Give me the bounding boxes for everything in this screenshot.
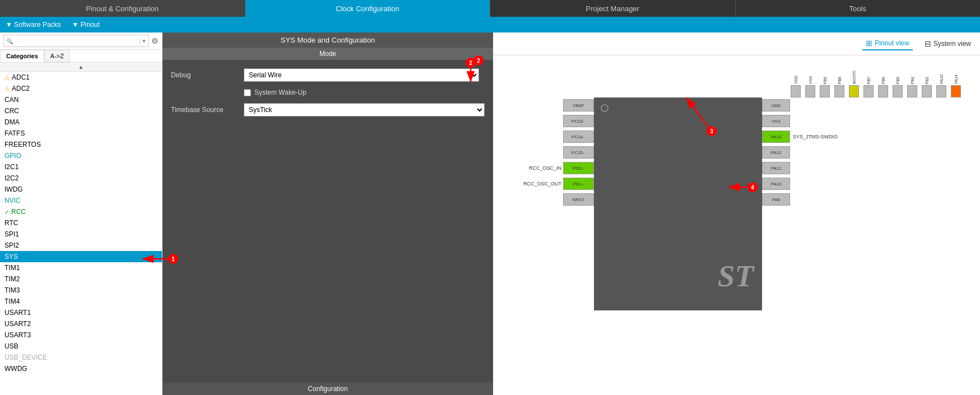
right-pin-row-4: PA11	[762, 160, 793, 176]
sidebar-item-label: NVIC	[4, 197, 21, 205]
timebase-row: Timebase Source SysTickTIM1TIM2	[171, 103, 485, 117]
top-pin-box	[863, 85, 874, 97]
right-pin-row-0: VDD	[762, 97, 793, 113]
center-title: SYS Mode and Configuration	[162, 32, 493, 48]
gear-icon[interactable]: ⚙	[151, 36, 159, 45]
sidebar-item-dma[interactable]: DMA	[0, 117, 162, 128]
sidebar-item-label: USB_DEVICE	[4, 354, 47, 361]
right-pin-row-1: VSS	[762, 113, 793, 129]
nav-tools[interactable]: Tools	[736, 0, 981, 17]
debug-select[interactable]: No DebugSerial WireJTAG (2 pins)JTAG (4 …	[244, 68, 479, 82]
check-icon: ✓	[4, 209, 9, 215]
nav-clock[interactable]: Clock Configuration	[245, 0, 491, 17]
sidebar-item-label: DMA	[4, 118, 20, 126]
top-pin-label: PB3	[925, 77, 929, 84]
sidebar-item-usb[interactable]: USB	[0, 341, 162, 352]
sidebar-item-tim4[interactable]: TIM4	[0, 296, 162, 307]
warn-icon: ⚠	[4, 75, 10, 81]
sidebar-item-crc[interactable]: CRC	[0, 105, 162, 117]
search-dropdown-arrow[interactable]: ▼	[140, 39, 146, 44]
sidebar-item-nvic[interactable]: NVIC	[0, 195, 162, 206]
sidebar-item-spi2[interactable]: SPI2	[0, 240, 162, 251]
left-pin-box: PD1-.	[563, 178, 594, 190]
sidebar-item-label: USART1	[4, 309, 31, 317]
sidebar-item-iwdg[interactable]: IWDG	[0, 184, 162, 195]
left-pin-row-3: PC15-.	[493, 145, 594, 160]
sidebar-item-spi1[interactable]: SPI1	[0, 229, 162, 240]
left-pin-label: RCC_OSC_OUT	[523, 181, 561, 187]
sidebar-item-tim1[interactable]: TIM1	[0, 262, 162, 273]
left-pin-row-5: RCC_OSC_OUT PD1-.	[493, 176, 594, 192]
chip-body: ST	[594, 97, 762, 310]
nav-project[interactable]: Project Manager	[490, 0, 736, 17]
search-input[interactable]	[14, 38, 140, 44]
sidebar-item-adc2[interactable]: ⚠ ADC2	[0, 83, 162, 94]
top-pin-boot0: BOOT0	[847, 71, 861, 97]
sidebar-item-can[interactable]: CAN	[0, 94, 162, 105]
tab-categories[interactable]: Categories	[0, 50, 44, 62]
top-pin-pb4: PB4	[905, 77, 919, 97]
left-pin-box: PC15-.	[563, 146, 594, 159]
sidebar-item-usart2[interactable]: USART2	[0, 318, 162, 329]
right-pin-box: PA11	[762, 162, 790, 174]
right-pin-box: PA12	[762, 146, 790, 159]
top-pin-box	[893, 85, 903, 97]
sidebar-item-label: SPI2	[4, 241, 19, 249]
top-pin-vdd: VDD	[789, 76, 802, 97]
sidebar-item-label: I2C1	[4, 163, 18, 171]
top-pin-pb8: PB8	[833, 77, 846, 97]
sidebar-item-usart3[interactable]: USART3	[0, 329, 162, 341]
sidebar-item-tim2[interactable]: TIM2	[0, 273, 162, 285]
sidebar-item-sys[interactable]: SYS	[0, 251, 162, 262]
sidebar-item-rtc[interactable]: RTC	[0, 217, 162, 229]
sidebar-item-label: TIM1	[4, 264, 20, 272]
sidebar-item-i2c1[interactable]: I2C1	[0, 161, 162, 173]
sidebar-item-i2c2[interactable]: I2C2	[0, 173, 162, 184]
chip-circle	[601, 104, 609, 112]
search-container: 🔍 ▼	[3, 35, 149, 47]
sidebar-item-tim3[interactable]: TIM3	[0, 285, 162, 296]
sidebar-item-freertos[interactable]: FREERTOS	[0, 139, 162, 150]
left-pin-row-2: PC14-.	[493, 129, 594, 145]
right-pin-box: VDD	[762, 99, 790, 111]
left-pin-row-4: RCC_OSC_IN PD0-.	[493, 160, 594, 176]
right-pin-row-2: PA13 SYS_JTMS-SWDIO	[762, 129, 838, 145]
system-view-btn[interactable]: ⊟ System view	[921, 38, 974, 50]
pinout-icon: ⊞	[866, 39, 872, 48]
sidebar-item-rcc[interactable]: ✓ RCC	[0, 206, 162, 217]
left-pin-box: NRST	[563, 193, 594, 206]
sidebar-item-label: RTC	[4, 219, 18, 227]
top-pin-vss: VSS	[803, 76, 817, 97]
sidebar-item-wwdg[interactable]: WWDG	[0, 363, 162, 374]
top-pin-box	[878, 85, 888, 97]
debug-label: Debug	[171, 71, 238, 79]
sidebar-item-adc1[interactable]: ⚠ ADC1	[0, 72, 162, 83]
top-pin-pa14: PA14	[949, 75, 963, 97]
st-logo: ST	[718, 258, 754, 294]
top-pin-pb6: PB6	[876, 77, 890, 97]
sub-nav: ▼ Software Packs ▼ Pinout	[0, 17, 980, 32]
sidebar-toolbar: 🔍 ▼ ⚙	[0, 32, 162, 50]
sidebar-item-gpio[interactable]: GPIO	[0, 150, 162, 161]
sidebar-item-label: CAN	[4, 96, 18, 104]
top-nav: Pinout & Configuration Clock Configurati…	[0, 0, 980, 17]
sidebar-item-usart1[interactable]: USART1	[0, 307, 162, 318]
tab-az[interactable]: A->Z	[44, 50, 70, 62]
right-pin-box: PA9	[762, 193, 790, 206]
top-pins-container: VDD VSS PB9 PB8 BOOT0 PB7 PB6 PB5 PB4 PB…	[788, 55, 963, 97]
system-icon: ⊟	[925, 39, 931, 48]
right-pin-box: PA10	[762, 178, 790, 190]
system-wakeup-checkbox[interactable]	[244, 89, 251, 96]
sidebar-scroll-up[interactable]: ▲	[0, 63, 162, 72]
warn-icon: ⚠	[4, 86, 10, 92]
subnav-pinout[interactable]: ▼ Pinout	[72, 21, 100, 29]
subnav-software-packs[interactable]: ▼ Software Packs	[6, 21, 61, 29]
nav-pinout[interactable]: Pinout & Configuration	[0, 0, 245, 17]
debug-row: Debug No DebugSerial WireJTAG (2 pins)JT…	[171, 68, 485, 82]
right-panel: ⊞ Pinout view ⊟ System view VDD VSS PB9 …	[493, 32, 980, 395]
pinout-view-btn[interactable]: ⊞ Pinout view	[862, 37, 912, 50]
timebase-select[interactable]: SysTickTIM1TIM2	[244, 103, 485, 117]
sidebar-item-fatfs[interactable]: FATFS	[0, 128, 162, 139]
sidebar-item-usbdevice[interactable]: USB_DEVICE	[0, 352, 162, 363]
right-pin-row-6: PA9	[762, 192, 793, 207]
